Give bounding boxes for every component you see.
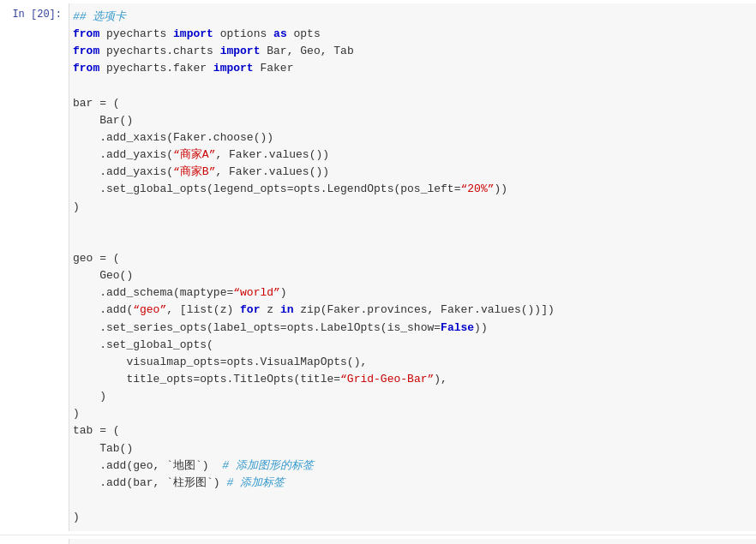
code-line: visualmap_opts=opts.VisualMapOpts(), [73, 354, 749, 371]
token: from [73, 45, 99, 57]
code-line [73, 78, 749, 95]
code-line: from pyecharts import options as opts [73, 26, 749, 43]
code-line [73, 233, 749, 250]
token: import [173, 27, 213, 40]
cell-content-0[interactable]: ## 选项卡from pyecharts import options as o… [69, 3, 756, 531]
code-line: .add_yaxis(“商家A”, Faker.values()) [73, 146, 749, 164]
token: .add(bar, `柱形图`) [73, 476, 226, 489]
token: geo = ( [73, 252, 120, 265]
token: in [280, 303, 294, 316]
code-line: from pyecharts.charts import Bar, Geo, T… [73, 43, 749, 60]
token: pyecharts.charts [99, 45, 219, 57]
cell-1: In [21]:tab.render_notebook()CSDN @hwwai… [0, 535, 756, 544]
token: , Faker.values()) [215, 165, 329, 178]
token: .add_yaxis( [73, 148, 173, 161]
token: pyecharts [99, 27, 173, 40]
code-line: Bar() [73, 112, 749, 129]
token: for [240, 303, 260, 316]
code-line: .add_xaxis(Faker.choose()) [73, 129, 749, 146]
token: Tab() [73, 442, 133, 455]
cell-0: In [20]:## 选项卡from pyecharts import opti… [0, 0, 756, 535]
cell-label-1: In [21]: [0, 539, 69, 544]
token: import [220, 45, 261, 57]
token: .add( [73, 303, 133, 316]
token: .set_series_opts(label_opts=opts.LabelOp… [73, 321, 441, 334]
token: pyecharts.faker [99, 62, 213, 75]
token: False [441, 321, 474, 334]
token: Bar() [73, 114, 133, 127]
token: from [73, 62, 99, 75]
token: ), [434, 373, 447, 386]
token: .set_global_opts( [73, 338, 213, 351]
token: .add_xaxis(Faker.choose()) [73, 131, 273, 144]
code-line: geo = ( [73, 250, 749, 267]
code-line: ) [73, 388, 749, 405]
cell-content-1[interactable]: tab.render_notebook()CSDN @hwwaizs [69, 539, 756, 544]
token: “Grid-Geo-Bar” [340, 373, 434, 386]
token: title_opts=opts.TitleOpts(title= [73, 373, 340, 386]
token: options [213, 27, 273, 40]
token: tab = ( [73, 424, 120, 437]
token: , Faker.values()) [215, 148, 329, 161]
code-line: .add(bar, `柱形图`) # 添加标签 [73, 475, 749, 492]
notebook: In [20]:## 选项卡from pyecharts import opti… [0, 0, 756, 544]
cell-label-0: In [20]: [0, 3, 69, 531]
token: Bar, Geo, Tab [260, 45, 353, 57]
code-line: title_opts=opts.TitleOpts(title=“Grid-Ge… [73, 371, 749, 388]
token: “20%” [460, 182, 494, 195]
code-line: Tab() [73, 440, 749, 457]
token: from [73, 27, 99, 40]
token: opts [287, 27, 321, 40]
code-line: .add_schema(maptype=“world”) [73, 284, 749, 302]
code-line: .add_yaxis(“商家B”, Faker.values()) [73, 164, 749, 181]
token: bar = ( [73, 97, 120, 110]
code-line: .set_global_opts( [73, 337, 749, 354]
token: import [213, 62, 254, 75]
code-line: .set_series_opts(label_opts=opts.LabelOp… [73, 320, 749, 337]
code-line: ) [73, 199, 749, 216]
token: z [260, 303, 279, 316]
token: , [list(z) [166, 303, 240, 316]
code-line: ) [73, 405, 749, 422]
token: as [273, 27, 287, 40]
code-line [73, 492, 749, 509]
token: )) [495, 182, 508, 195]
token: .add_schema(maptype= [73, 286, 233, 299]
token: .set_global_opts(legend_opts=opts.Legend… [73, 182, 460, 195]
token: visualmap_opts=opts.VisualMapOpts(), [73, 356, 367, 368]
code-line: ) [73, 509, 749, 526]
token: “world” [233, 286, 280, 299]
token: ) [73, 511, 80, 523]
code-line: Geo() [73, 267, 749, 284]
token: ) [73, 390, 106, 403]
token: “商家A” [173, 148, 215, 161]
token: # 添加标签 [226, 476, 285, 489]
token: ## 选项卡 [73, 10, 126, 23]
token: .add_yaxis( [73, 165, 173, 178]
code-line: .add(“geo”, [list(z) for z in zip(Faker.… [73, 302, 749, 319]
code-line: .set_global_opts(legend_opts=opts.Legend… [73, 181, 749, 198]
token: “geo” [133, 303, 166, 316]
token: zip(Faker.provinces, Faker.values())]) [293, 303, 554, 316]
token: .add(geo, `地图`) [73, 459, 222, 472]
token: Geo() [73, 269, 133, 282]
code-line: bar = ( [73, 95, 749, 112]
code-line: tab = ( [73, 422, 749, 439]
token: “商家B” [173, 165, 215, 178]
token: ) [73, 407, 80, 420]
code-line: ## 选项卡 [73, 9, 749, 26]
code-line: from pyecharts.faker import Faker [73, 60, 749, 77]
token: ) [280, 286, 287, 299]
token: # 添加图形的标签 [222, 459, 314, 472]
code-line: .add(geo, `地图`) # 添加图形的标签 [73, 457, 749, 475]
code-line [73, 216, 749, 233]
token: ) [73, 200, 80, 213]
token: Faker [254, 62, 294, 75]
token: )) [474, 321, 488, 334]
